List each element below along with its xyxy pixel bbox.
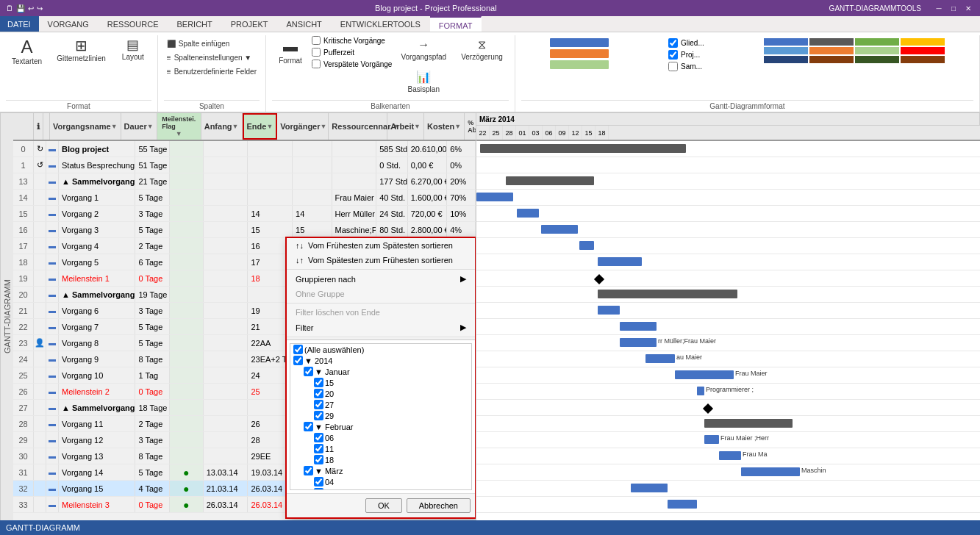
filter-tree-item[interactable]: ▼ Februar: [290, 421, 471, 432]
filter-tree-item[interactable]: ▼ 2014: [290, 355, 471, 366]
td-name[interactable]: Vorgang 15: [59, 481, 135, 496]
bar-style-3[interactable]: [550, 60, 609, 69]
filter-checkbox[interactable]: [304, 422, 313, 431]
th-vorgangsname[interactable]: Vorgangsname ▼: [50, 113, 121, 140]
table-row[interactable]: 1 ↺ ▬ Status Besprechung 51 Tage 0 Std. …: [13, 157, 476, 173]
td-anfang[interactable]: [204, 173, 248, 189]
th-ende[interactable]: Ende ▼: [243, 113, 278, 140]
td-ende[interactable]: [248, 173, 293, 189]
td-anfang[interactable]: [204, 270, 248, 286]
td-ende[interactable]: [248, 190, 293, 205]
th-ressource[interactable]: Ressourcennar. ▼: [329, 113, 387, 140]
td-anfang[interactable]: [204, 206, 248, 221]
vorgangspfad-button[interactable]: → Vorgangspfad: [395, 35, 452, 64]
table-row[interactable]: 14 ▬ Vorgang 1 5 Tage Frau Maier 40 Std.…: [13, 190, 476, 206]
td-anfang[interactable]: [204, 141, 248, 157]
td-anfang[interactable]: 21.03.14: [204, 481, 248, 496]
td-name[interactable]: Vorgang 9: [59, 351, 135, 367]
td-name[interactable]: ▲ Sammelvorgang 2: [59, 287, 135, 302]
td-anfang[interactable]: [204, 351, 248, 367]
td-anfang[interactable]: [204, 432, 248, 448]
filter-popup[interactable]: ↑↓ Vom Frühesten zum Spätesten sortieren…: [285, 237, 476, 519]
td-name[interactable]: Vorgang 14: [59, 464, 135, 480]
filter-tree-item[interactable]: 20: [290, 388, 471, 399]
table-row[interactable]: 15 ▬ Vorgang 2 3 Tage 14 14 Herr Müller …: [13, 206, 476, 222]
td-ende[interactable]: [248, 157, 293, 173]
td-name[interactable]: Vorgang 6: [59, 303, 135, 318]
tab-ansicht[interactable]: ANSICHT: [278, 16, 332, 32]
tab-ressource[interactable]: RESSOURCE: [99, 16, 168, 32]
bar-style-1[interactable]: [550, 38, 609, 47]
td-anfang[interactable]: [204, 287, 248, 302]
kritische-check[interactable]: Kritische Vorgänge: [312, 35, 392, 46]
th-milestone[interactable]: Meilenstei.Flag ▼: [157, 113, 201, 140]
group-by-item[interactable]: Gruppieren nach ▶: [287, 271, 475, 287]
window-controls[interactable]: ─ □ ✕: [933, 3, 974, 13]
td-name[interactable]: Meilenstein 3: [59, 497, 135, 512]
sam-check[interactable]: [668, 62, 678, 71]
td-anfang[interactable]: [204, 335, 248, 351]
td-anfang[interactable]: [204, 416, 248, 431]
td-anfang[interactable]: [204, 367, 248, 383]
td-name[interactable]: Vorgang 3: [59, 222, 135, 237]
filter-checkbox[interactable]: [314, 444, 323, 453]
filter-checkbox[interactable]: [314, 455, 323, 464]
layout-button[interactable]: ▤ Layout: [115, 35, 151, 64]
benutzerdefinierte-button[interactable]: ≡ Benutzerdefinierte Felder: [164, 66, 260, 77]
textarten-button[interactable]: A Textarten: [6, 35, 48, 68]
table-row[interactable]: 16 ▬ Vorgang 3 5 Tage 15 15 Maschine;Pro…: [13, 222, 476, 238]
filter-checkbox[interactable]: [314, 477, 323, 486]
td-name[interactable]: Meilenstein 2: [59, 384, 135, 399]
filter-tree-item[interactable]: 15: [290, 377, 471, 388]
td-name[interactable]: Vorgang 2: [59, 206, 135, 221]
sort-asc-item[interactable]: ↑↓ Vom Frühesten zum Spätesten sortieren: [287, 238, 475, 253]
filter-tree-item[interactable]: 04: [290, 476, 471, 487]
th-kosten[interactable]: Kosten ▼: [424, 113, 465, 140]
maximize-button[interactable]: □: [948, 3, 959, 13]
td-anfang[interactable]: 13.03.14: [204, 464, 248, 480]
filter-tree-item[interactable]: (Alle auswählen): [290, 344, 471, 355]
proj-check[interactable]: [668, 50, 678, 60]
filter-tree-item[interactable]: 05: [290, 487, 471, 490]
filter-checkbox[interactable]: [314, 378, 323, 387]
td-name[interactable]: Vorgang 10: [59, 367, 135, 383]
filter-cancel-button[interactable]: Abbrechen: [407, 498, 471, 513]
filter-checkbox[interactable]: [314, 488, 323, 490]
td-name[interactable]: Vorgang 5: [59, 254, 135, 270]
td-name[interactable]: ▲ Sammelvorgang 1: [59, 173, 135, 189]
td-name[interactable]: Vorgang 12: [59, 432, 135, 448]
tab-vorgang[interactable]: VORGANG: [39, 16, 99, 32]
filter-checkbox[interactable]: [314, 400, 323, 409]
tab-entwicklertools[interactable]: ENTWICKLERTOOLS: [332, 16, 430, 32]
td-name[interactable]: Vorgang 11: [59, 416, 135, 431]
bar-option-1[interactable]: Glied...: [668, 38, 704, 48]
spalteneinstellungen-button[interactable]: ≡ Spalteneinstellungen ▼: [164, 52, 254, 63]
td-name[interactable]: Vorgang 1: [59, 190, 135, 205]
filter-checkbox[interactable]: [304, 466, 313, 475]
td-name[interactable]: Status Besprechung: [59, 157, 135, 173]
td-anfang[interactable]: [204, 254, 248, 270]
bar-style-2[interactable]: [550, 49, 609, 58]
filter-tree-item[interactable]: 18: [290, 454, 471, 465]
bar-option-2[interactable]: Proj...: [668, 50, 704, 60]
filter-tree-item[interactable]: 06: [290, 432, 471, 443]
table-row[interactable]: 0 ↻ ▬ Blog project 55 Tage 585 Std. 20.6…: [13, 141, 476, 157]
filter-item[interactable]: Filter ▶: [287, 320, 475, 335]
filter-tree-item[interactable]: ▼ März: [290, 465, 471, 476]
th-arbeit[interactable]: Arbeit ▼: [387, 113, 424, 140]
kritische-checkbox[interactable]: [312, 36, 321, 45]
filter-tree-item[interactable]: 11: [290, 443, 471, 454]
filter-tree-item[interactable]: 27: [290, 399, 471, 410]
td-anfang[interactable]: [204, 384, 248, 399]
minimize-button[interactable]: ─: [933, 3, 945, 13]
filter-checkbox[interactable]: [314, 389, 323, 398]
filter-tree-item[interactable]: 29: [290, 410, 471, 421]
td-name[interactable]: Blog project: [59, 141, 135, 157]
filter-checkbox[interactable]: [314, 411, 323, 420]
td-anfang[interactable]: [204, 157, 248, 173]
td-ende[interactable]: [248, 141, 293, 157]
table-row[interactable]: 13 ▬ ▲ Sammelvorgang 1 21 Tage 177 Std. …: [13, 173, 476, 190]
filter-checkbox[interactable]: [293, 345, 303, 354]
filter-list-scroll[interactable]: (Alle auswählen) ▼ 2014 ▼ Januar 15 20 2…: [290, 343, 472, 490]
td-anfang[interactable]: [204, 448, 248, 464]
